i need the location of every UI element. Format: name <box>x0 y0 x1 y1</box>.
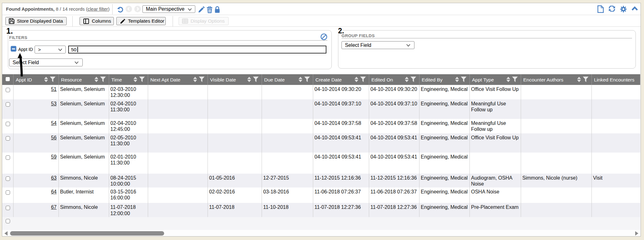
svg-text:1.: 1. <box>6 26 13 35</box>
svg-text:2.: 2. <box>338 27 344 35</box>
